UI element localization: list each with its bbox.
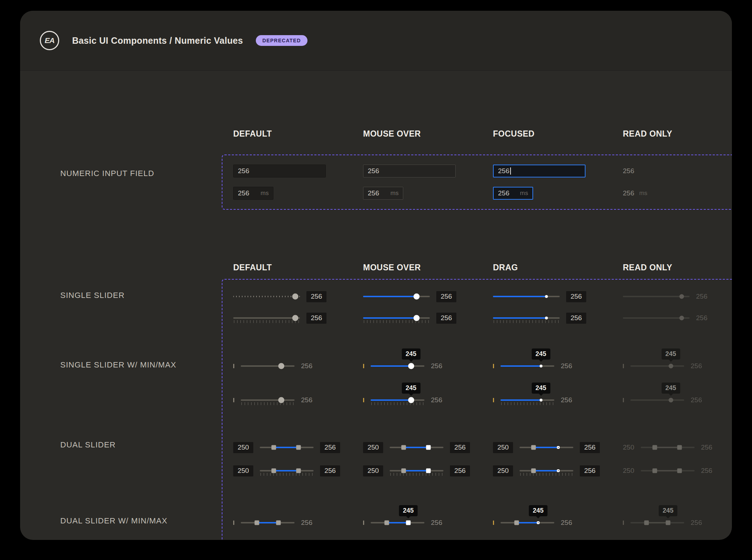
max-value: 256 — [691, 362, 702, 370]
dual-handle-right[interactable] — [276, 521, 281, 525]
slider-handle[interactable] — [408, 363, 414, 369]
slider-track[interactable]: 245 — [500, 399, 554, 401]
column-header-default: DEFAULT — [233, 129, 363, 139]
numeric-input-hover-cell: 256 256 ms — [363, 165, 493, 200]
slider-track[interactable] — [390, 470, 443, 471]
dual-max-value[interactable]: 256 — [320, 442, 340, 453]
slider-track[interactable] — [363, 317, 430, 319]
dual-max-value[interactable]: 256 — [320, 465, 340, 476]
dual-handle-right[interactable] — [296, 445, 301, 450]
slider-track[interactable] — [233, 317, 300, 319]
dual-handle-left[interactable] — [272, 445, 276, 450]
numeric-input-hover[interactable]: 256 — [363, 165, 456, 177]
dual-min-value[interactable]: 250 — [363, 442, 383, 453]
slider-value[interactable]: 256 — [566, 291, 586, 302]
dual-min-value: 250 — [623, 443, 634, 451]
dual-min-value[interactable]: 250 — [233, 442, 253, 453]
slider-handle[interactable] — [540, 399, 542, 402]
slider-handle — [668, 398, 673, 403]
dual-handle-left[interactable] — [255, 521, 259, 525]
numeric-input-default-cell: 256 256 ms — [233, 165, 363, 200]
dual-handle-left[interactable] — [514, 521, 519, 525]
slider-handle — [668, 364, 673, 369]
slider-track[interactable] — [241, 522, 295, 523]
dual-handle-left[interactable] — [272, 469, 276, 473]
max-value: 256 — [561, 396, 572, 404]
slider-track[interactable]: 245 — [371, 522, 424, 523]
dual-handle-left[interactable] — [401, 445, 406, 450]
slider-track[interactable] — [241, 365, 295, 367]
dual-min-value[interactable]: 250 — [363, 465, 383, 476]
slider-track[interactable]: 245 — [371, 365, 424, 367]
slider-track[interactable] — [363, 296, 430, 297]
numeric-input-default[interactable]: 256 — [233, 165, 326, 177]
slider-tooltip: 245 — [401, 383, 420, 394]
slider-tooltip: 245 — [531, 348, 550, 360]
slider-track[interactable] — [493, 296, 560, 297]
max-value: 256 — [561, 519, 572, 527]
dual-min-value[interactable]: 250 — [233, 465, 253, 476]
slider-track[interactable] — [390, 447, 443, 448]
slider-handle[interactable] — [545, 295, 548, 298]
dual-handle-right[interactable] — [406, 521, 411, 525]
slider-value[interactable]: 256 — [306, 313, 326, 324]
dual-handle-left[interactable] — [531, 445, 536, 450]
dual-handle-right[interactable] — [557, 446, 560, 449]
slider-track[interactable]: 245 — [500, 522, 554, 523]
slider-handle[interactable] — [408, 397, 414, 403]
numeric-input-unit-default[interactable]: 256 ms — [233, 187, 273, 200]
slider-handle[interactable] — [292, 294, 298, 300]
slider-value[interactable]: 256 — [436, 291, 456, 302]
dual-max-value[interactable]: 256 — [580, 442, 600, 453]
dual-max-value[interactable]: 256 — [450, 442, 470, 453]
dual-handle-right[interactable] — [296, 469, 301, 473]
min-tick — [623, 398, 624, 402]
slider-value[interactable]: 256 — [566, 313, 586, 324]
slider-handle[interactable] — [545, 317, 548, 319]
slider-track[interactable] — [260, 447, 314, 448]
dual-handle-left[interactable] — [401, 469, 406, 473]
ea-logo-text: EA — [44, 36, 54, 45]
slider-tick-marks — [260, 473, 313, 476]
dual-handle-right[interactable] — [426, 469, 431, 473]
slider-track[interactable] — [520, 447, 573, 448]
numeric-input-section: NUMERIC INPUT FIELD 256 256 ms — [60, 155, 732, 210]
slider-value[interactable]: 256 — [306, 291, 326, 302]
slider-track[interactable] — [241, 399, 295, 401]
numeric-input-unit-focused[interactable]: 256 ms — [493, 187, 533, 200]
slider-track[interactable]: 245 — [371, 399, 424, 401]
column-header-drag: DRAG — [493, 263, 623, 272]
numeric-input-unit-hover[interactable]: 256 ms — [363, 187, 403, 200]
dual-handle-right[interactable] — [426, 445, 431, 450]
dual-slider-default: 250 256 — [233, 441, 363, 454]
dual-handle-left[interactable] — [531, 469, 536, 473]
slider-handle[interactable] — [413, 315, 419, 321]
slider-value[interactable]: 256 — [436, 313, 456, 324]
slider-track[interactable] — [233, 296, 300, 297]
slider-handle[interactable] — [540, 365, 542, 367]
slider-handle[interactable] — [292, 315, 298, 321]
row-label-dual-slider: DUAL SLIDER — [60, 440, 116, 450]
dual-minmax-slider-drag: 245 256 — [493, 517, 623, 529]
slider-handle[interactable] — [413, 294, 419, 300]
slider-track[interactable]: 245 — [500, 365, 554, 367]
max-value: 256 — [691, 519, 702, 527]
status-badge: DEPRECATED — [256, 35, 307, 46]
dual-min-value[interactable]: 250 — [493, 465, 513, 476]
slider-track[interactable] — [520, 470, 573, 471]
row-label-single-slider-minmax: SINGLE SLIDER W/ MIN/MAX — [60, 360, 177, 370]
dual-handle-right[interactable] — [557, 469, 560, 472]
slider-handle[interactable] — [278, 397, 284, 403]
min-tick — [493, 364, 494, 368]
slider-track[interactable] — [493, 317, 560, 319]
slider-handle[interactable] — [278, 363, 284, 369]
min-tick — [623, 521, 624, 525]
dual-max-value[interactable]: 256 — [450, 465, 470, 476]
dual-handle-left[interactable] — [385, 521, 389, 525]
dual-handle-right[interactable] — [537, 521, 540, 524]
dual-min-value[interactable]: 250 — [493, 442, 513, 453]
dual-max-value[interactable]: 256 — [580, 465, 600, 476]
slider-tick-marks — [520, 473, 573, 476]
slider-track[interactable] — [260, 470, 314, 471]
numeric-input-focused[interactable]: 256 — [493, 165, 586, 177]
